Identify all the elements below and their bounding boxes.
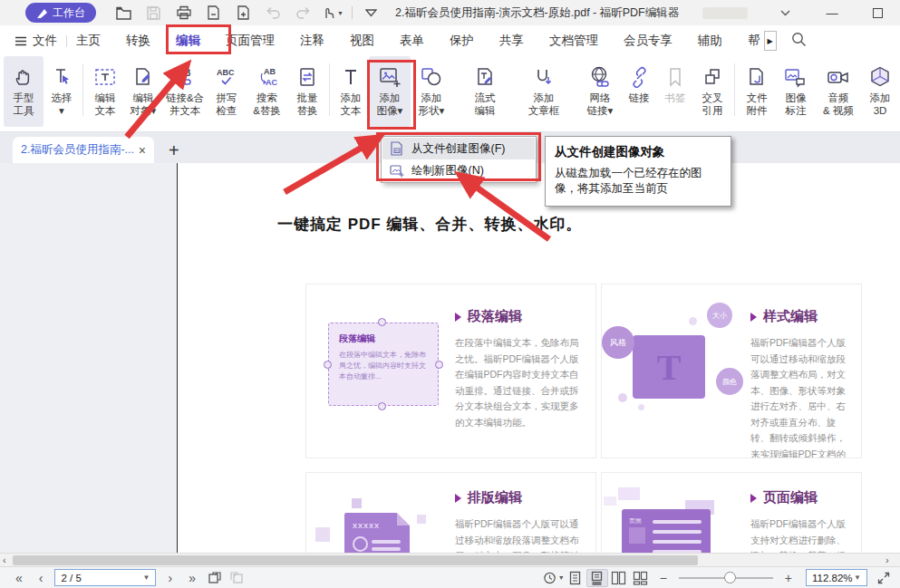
zoom-slider-thumb[interactable] — [724, 572, 736, 583]
toolbar-button-add-3d[interactable]: 添加 3D — [861, 56, 899, 127]
toolbar-button-label: 选择 ▾ — [52, 92, 73, 117]
decor-line — [653, 520, 702, 524]
letter-T-graphic: T — [633, 335, 705, 399]
hand-mode-button[interactable]: ▼ — [318, 2, 348, 24]
toolbar-button-web-link[interactable]: 网络 链接▾ — [579, 56, 621, 127]
tooltip-create-image-from-file: 从文件创建图像对象 从磁盘加载一个已经存在的图像，将其添加至当前页 — [545, 136, 731, 207]
menu-item-assist[interactable]: 辅助 — [698, 25, 722, 56]
add-image-icon — [378, 63, 402, 92]
toolbar-button-search-replace[interactable]: ABAC 搜索 &替换 — [246, 56, 288, 127]
maximize-button[interactable] — [862, 2, 893, 24]
account-chevron[interactable] — [769, 2, 800, 24]
menu-item-create-image-from-file[interactable]: 从文件创建图像(F) — [382, 138, 535, 159]
undo-icon — [266, 6, 281, 19]
add-article-box-icon — [532, 63, 556, 92]
menu-item-page-manage[interactable]: 页面管理 — [226, 25, 275, 56]
toolbar-button-add-article-box[interactable]: 添加 文章框 — [519, 56, 568, 127]
toolbar-button-link-merge-text[interactable]: AB 链接&合 并文本 — [162, 56, 208, 127]
menu-item-label: 文件 — [33, 33, 57, 49]
workspace-button[interactable]: 工作台 — [25, 3, 96, 23]
link-icon — [628, 63, 650, 92]
select-cursor-icon — [51, 63, 73, 92]
document-tab-active[interactable]: 2.福昕会员使用指南-... × — [13, 137, 154, 163]
toolbar-button-cross-reference[interactable]: 交叉 引用 — [693, 56, 731, 127]
toolbar-button-label: 网络 链接▾ — [587, 92, 614, 117]
toolbar-button-select[interactable]: 选择 ▾ — [44, 56, 80, 127]
menu-item-file[interactable]: 文件 — [15, 25, 57, 56]
toolbar-button-file-attachment[interactable]: 文件 附件 — [738, 56, 776, 127]
next-page-button[interactable]: › — [160, 568, 180, 588]
menu-item-draw-new-image[interactable]: 绘制新图像(N) — [382, 159, 535, 181]
new-tab-button[interactable]: + — [169, 141, 179, 159]
dropdown-caret-icon: ▼ — [143, 574, 150, 582]
delete-page-button[interactable] — [198, 2, 228, 24]
scroll-left-arrow[interactable]: ‹ — [3, 554, 6, 566]
toolbar-button-spell-check[interactable]: ABC 拼写 检查 — [208, 56, 246, 127]
add-image-dropdown-menu: 从文件创建图像(F) 绘制新图像(N) — [381, 136, 537, 183]
toolbar-button-edit-text[interactable]: 编辑 文本 — [86, 56, 124, 127]
menu-item-member-exclusive[interactable]: 会员专享 — [624, 25, 673, 56]
menu-item-comment[interactable]: 注释 — [300, 25, 324, 56]
toolbar-button-hand-tool[interactable]: 手型 工具 — [4, 56, 44, 127]
add-3d-icon — [868, 63, 892, 92]
toolbar-button-image-annotation[interactable]: 图像 标注 — [776, 56, 816, 127]
undo-button[interactable] — [258, 2, 288, 24]
menu-item-doc-manage[interactable]: 文档管理 — [549, 25, 598, 56]
previous-view-button[interactable] — [204, 569, 226, 587]
menu-item-help-truncated[interactable]: 帮 — [748, 25, 760, 56]
search-button[interactable] — [791, 32, 807, 50]
toolbar-button-bookmark[interactable]: 书签 — [657, 56, 693, 127]
tab-close-button[interactable]: × — [139, 143, 146, 158]
toolbar-button-edit-object[interactable]: 编辑 对象▾ — [124, 56, 162, 127]
toolbar-button-add-image[interactable]: 添加 图像▾ — [369, 56, 411, 127]
file-attachment-icon — [746, 63, 768, 92]
facing-continuous-view-button[interactable] — [630, 569, 652, 587]
decor-block — [629, 527, 645, 544]
hamburger-icon — [15, 36, 27, 46]
toolbar-button-audio-video[interactable]: 音频 & 视频 — [816, 56, 861, 127]
chevron-down-icon — [780, 10, 790, 16]
facing-continuous-icon — [633, 571, 648, 585]
horizontal-scrollbar-thumb[interactable] — [13, 555, 698, 565]
toolbar-button-batch-replace[interactable]: 批量 替换 — [288, 56, 326, 127]
toolbar-button-add-text[interactable]: 添加 文本 — [333, 56, 369, 127]
menu-item-protect[interactable]: 保护 — [450, 25, 474, 56]
menu-item-form[interactable]: 表单 — [400, 25, 424, 56]
toolbar-button-flow-edit[interactable]: 流式 编辑 — [465, 56, 505, 127]
next-view-button[interactable] — [226, 569, 247, 587]
previous-page-button[interactable]: ‹ — [31, 568, 52, 588]
last-page-button[interactable]: » — [180, 568, 204, 588]
zoom-slider[interactable] — [679, 569, 773, 587]
facing-view-button[interactable] — [608, 569, 630, 587]
horizontal-scrollbar[interactable]: ‹ › — [0, 553, 900, 566]
menu-item-edit[interactable]: 编辑 — [176, 25, 200, 56]
menu-overflow-button[interactable]: ▶ — [764, 31, 777, 51]
collapse-toolbar-button[interactable] — [356, 2, 386, 24]
redo-button[interactable] — [288, 2, 318, 24]
print-button[interactable] — [169, 2, 198, 24]
add-page-button[interactable] — [228, 2, 258, 24]
view-rotate-button[interactable]: ▼ — [543, 569, 565, 587]
open-file-button[interactable] — [109, 2, 139, 24]
toolbar-button-add-shape[interactable]: 添加 形状▾ — [411, 56, 452, 127]
menu-item-convert[interactable]: 转换 — [126, 25, 150, 56]
page-number-combo[interactable]: 2 / 5 ▼ — [54, 569, 156, 586]
continuous-view-button[interactable] — [586, 569, 608, 587]
decor-dot — [689, 317, 697, 325]
zoom-level-combo[interactable]: 112.82% ▼ — [806, 569, 867, 586]
menu-item-home[interactable]: 主页 — [76, 25, 101, 56]
decor-line — [372, 540, 401, 544]
decor-circle — [353, 536, 368, 552]
first-page-button[interactable]: « — [7, 568, 31, 588]
zoom-in-button[interactable]: + — [777, 568, 800, 588]
statusbar-right-group: ▼ − + 112.82% ▼ — [543, 568, 900, 588]
toolbar-button-link[interactable]: 链接 — [621, 56, 657, 127]
zoom-out-button[interactable]: − — [652, 568, 675, 588]
fullscreen-button[interactable] — [873, 569, 895, 587]
scroll-right-arrow[interactable]: › — [885, 554, 889, 566]
save-button[interactable] — [139, 2, 169, 24]
single-page-view-button[interactable] — [565, 569, 586, 587]
menu-item-share[interactable]: 共享 — [499, 25, 524, 56]
minimize-button[interactable]: — — [817, 2, 847, 24]
menu-item-view[interactable]: 视图 — [350, 25, 374, 56]
